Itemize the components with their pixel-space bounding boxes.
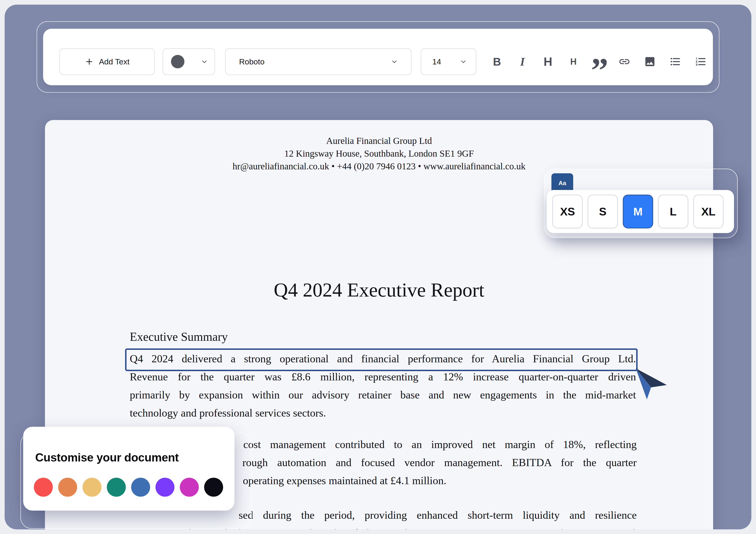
theme-swatch-5[interactable] [155, 478, 175, 497]
font-size-dropdown[interactable]: 14 [421, 48, 476, 75]
image-icon[interactable] [644, 55, 656, 68]
bold-icon[interactable]: B [491, 55, 503, 68]
theme-swatch-3[interactable] [107, 478, 126, 497]
paragraph-line[interactable]: against market volatility. Importantly, … [130, 526, 636, 529]
theme-swatch-4[interactable] [131, 478, 150, 497]
company-address: 12 Kingsway House, Southbank, London SE1… [45, 147, 713, 160]
size-option-l[interactable]: L [658, 195, 688, 228]
size-option-s[interactable]: S [587, 195, 618, 228]
theme-swatch-0[interactable] [34, 478, 53, 497]
add-text-button[interactable]: Add Text [59, 48, 155, 75]
section-heading[interactable]: Executive Summary [130, 330, 228, 344]
theme-swatch-2[interactable] [82, 478, 101, 497]
theme-swatch-6[interactable] [180, 478, 199, 497]
paragraph-line-selected[interactable]: Q4 2024 delivered a strong operational a… [130, 352, 636, 365]
quote-icon[interactable]: ” [593, 53, 605, 70]
paragraph-line[interactable]: Revenue for the quarter was £8.6 million… [130, 370, 636, 384]
link-icon[interactable] [618, 55, 631, 68]
theme-color-swatches [34, 478, 223, 497]
format-buttons: B I H H ” [491, 48, 707, 75]
bullet-list-icon[interactable] [669, 55, 682, 68]
company-name: Aurelia Financial Group Ltd [45, 134, 713, 147]
app-canvas: Add Text Roboto 14 B I H H ” [5, 5, 751, 529]
color-swatch-circle [171, 55, 184, 68]
customise-panel-title: Customise your document [35, 451, 179, 464]
theme-swatch-7[interactable] [204, 478, 223, 497]
text-color-dropdown[interactable] [163, 48, 215, 75]
theme-swatch-1[interactable] [58, 478, 77, 497]
company-contact: hr@aureliafinancial.co.uk • +44 (0)20 79… [45, 160, 713, 173]
chevron-down-icon [391, 58, 398, 65]
size-picker: XSSMLXL [547, 190, 734, 233]
size-option-xs[interactable]: XS [552, 195, 583, 228]
font-size-value: 14 [432, 57, 441, 66]
subheading-icon[interactable]: H [567, 55, 580, 68]
size-option-m[interactable]: M [623, 195, 653, 228]
plus-icon [85, 57, 94, 66]
paragraph-line[interactable]: operating expenses maintained at £4.1 mi… [243, 473, 446, 488]
italic-icon[interactable]: I [516, 55, 529, 68]
chevron-down-icon [201, 58, 208, 65]
paragraph-line[interactable]: cost management contributed to an improv… [243, 438, 637, 451]
chevron-down-icon [460, 58, 467, 65]
letterhead: Aurelia Financial Group Ltd 12 Kingsway … [45, 134, 713, 173]
add-text-label: Add Text [99, 57, 129, 66]
numbered-list-icon[interactable] [695, 55, 707, 68]
paragraph-line[interactable]: primarily by expansion within our adviso… [130, 388, 636, 402]
heading-icon[interactable]: H [542, 55, 554, 68]
paragraph-line[interactable]: rough automation and focused vendor mana… [242, 455, 637, 469]
size-option-xl[interactable]: XL [693, 195, 723, 228]
paragraph-line[interactable]: technology and professional services sec… [130, 406, 326, 420]
document-title[interactable]: Q4 2024 Executive Report [45, 279, 713, 301]
font-family-dropdown[interactable]: Roboto [225, 48, 412, 75]
editor-toolbar: Add Text Roboto 14 B I H H ” [43, 29, 713, 85]
customise-panel: Customise your document [23, 427, 234, 511]
font-family-value: Roboto [239, 57, 265, 66]
paragraph-line[interactable]: sed during the period, providing enhance… [239, 508, 637, 522]
